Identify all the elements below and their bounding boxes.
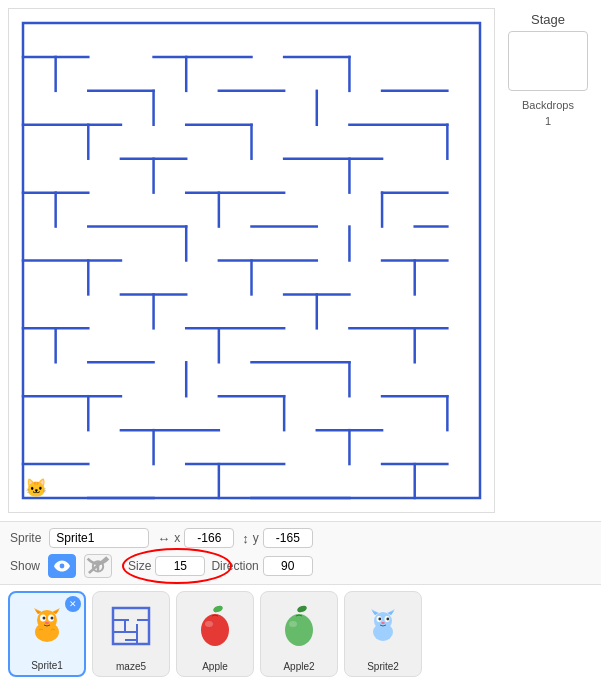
size-label: Size — [128, 559, 151, 573]
show-visible-button[interactable] — [48, 554, 76, 578]
controls-bottom: Show Size — [10, 554, 591, 578]
stage-label: Stage — [531, 12, 565, 27]
sprite-thumb-sprite1[interactable]: ✕ — [8, 591, 86, 677]
svg-point-13 — [45, 621, 49, 623]
svg-point-24 — [296, 604, 307, 613]
svg-point-12 — [51, 616, 54, 619]
controls-row: Sprite ↔ x ↕ y Show — [0, 521, 601, 584]
stage-panel: Stage Backdrops 1 — [503, 8, 593, 513]
x-coord-group: ↔ x — [157, 528, 234, 548]
size-field-group: Size — [128, 556, 205, 576]
direction-field-group: Direction — [211, 556, 312, 576]
sprite-name-input[interactable] — [49, 528, 149, 548]
svg-point-36 — [386, 617, 389, 620]
maze-canvas — [9, 9, 494, 512]
sprite-thumb-img-apple2 — [261, 592, 337, 659]
delete-badge-sprite1[interactable]: ✕ — [65, 596, 81, 612]
y-arrow-icon: ↕ — [242, 531, 249, 546]
svg-point-11 — [43, 616, 46, 619]
direction-input[interactable] — [263, 556, 313, 576]
sprite-thumb-label-sprite2: Sprite2 — [367, 661, 399, 672]
svg-point-25 — [285, 614, 313, 646]
svg-point-37 — [381, 622, 385, 624]
size-input[interactable] — [155, 556, 205, 576]
y-coord-group: ↕ y — [242, 528, 313, 548]
y-label: y — [253, 531, 259, 545]
show-label: Show — [10, 559, 40, 573]
sprite-thumb-label-maze5: maze5 — [116, 661, 146, 672]
sprite-thumb-maze5[interactable]: maze5 — [92, 591, 170, 677]
svg-point-0 — [60, 564, 65, 569]
svg-point-28 — [374, 612, 392, 630]
svg-rect-14 — [113, 608, 149, 644]
svg-point-23 — [205, 621, 213, 627]
x-arrow-icon: ↔ — [157, 531, 170, 546]
sprite-thumb-img-sprite2 — [345, 592, 421, 659]
backdrops-label: Backdrops — [522, 99, 574, 111]
svg-point-21 — [212, 604, 223, 613]
sprite-thumb-img-maze5 — [93, 592, 169, 659]
sprite-thumb-label-apple: Apple — [202, 661, 228, 672]
y-input[interactable] — [263, 528, 313, 548]
controls-top: Sprite ↔ x ↕ y — [10, 528, 591, 548]
hide-visible-button[interactable] — [84, 554, 112, 578]
canvas-wrapper — [8, 8, 495, 513]
sprite-label: Sprite — [10, 531, 41, 545]
svg-point-26 — [289, 621, 297, 627]
x-label: x — [174, 531, 180, 545]
sprite-tray: ✕ — [0, 584, 601, 684]
main-container: Stage Backdrops 1 Sprite ↔ x ↕ y Show — [0, 0, 601, 684]
stage-preview — [508, 31, 588, 91]
sprite-thumb-label-sprite1: Sprite1 — [31, 660, 63, 671]
sprite-thumb-label-apple2: Apple2 — [283, 661, 314, 672]
sprite-thumb-sprite2[interactable]: Sprite2 — [344, 591, 422, 677]
backdrops-count: 1 — [545, 115, 551, 127]
sprite-thumb-apple[interactable]: Apple — [176, 591, 254, 677]
x-input[interactable] — [184, 528, 234, 548]
direction-label: Direction — [211, 559, 258, 573]
svg-point-22 — [201, 614, 229, 646]
svg-point-35 — [378, 617, 381, 620]
size-direction-group: Size Direction — [128, 556, 313, 576]
sprite-thumb-img-apple — [177, 592, 253, 659]
stage-area: Stage Backdrops 1 — [0, 0, 601, 521]
sprite-thumb-apple2[interactable]: Apple2 — [260, 591, 338, 677]
